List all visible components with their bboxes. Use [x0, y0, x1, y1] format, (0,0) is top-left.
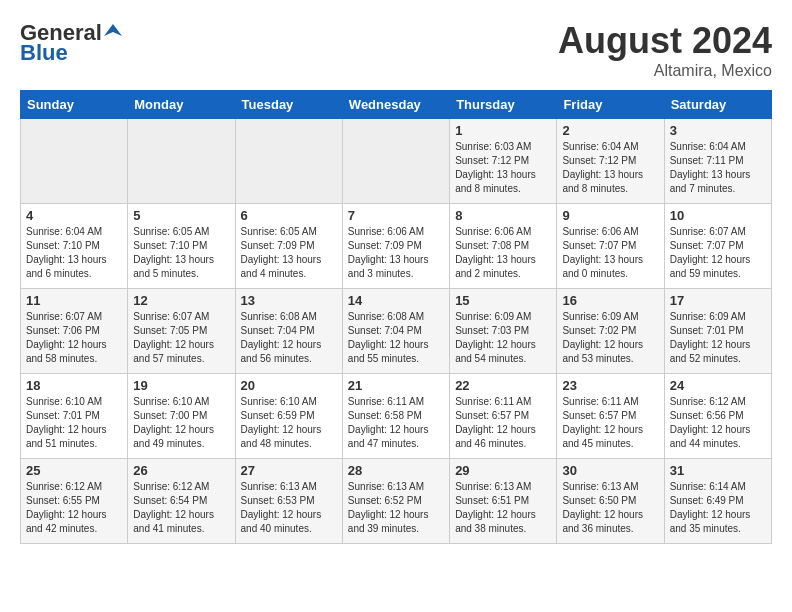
logo-bird-icon: [104, 22, 122, 40]
title-block: August 2024 Altamira, Mexico: [558, 20, 772, 80]
col-header-wednesday: Wednesday: [342, 91, 449, 119]
calendar-day-cell: 30Sunrise: 6:13 AMSunset: 6:50 PMDayligh…: [557, 459, 664, 544]
day-number: 29: [455, 463, 551, 478]
page-header: General Blue August 2024 Altamira, Mexic…: [20, 20, 772, 80]
calendar-day-cell: 12Sunrise: 6:07 AMSunset: 7:05 PMDayligh…: [128, 289, 235, 374]
day-info: Sunrise: 6:12 AMSunset: 6:54 PMDaylight:…: [133, 480, 229, 536]
day-info: Sunrise: 6:12 AMSunset: 6:55 PMDaylight:…: [26, 480, 122, 536]
day-number: 9: [562, 208, 658, 223]
calendar-day-cell: 18Sunrise: 6:10 AMSunset: 7:01 PMDayligh…: [21, 374, 128, 459]
calendar-day-cell: 1Sunrise: 6:03 AMSunset: 7:12 PMDaylight…: [450, 119, 557, 204]
day-info: Sunrise: 6:13 AMSunset: 6:52 PMDaylight:…: [348, 480, 444, 536]
day-info: Sunrise: 6:13 AMSunset: 6:53 PMDaylight:…: [241, 480, 337, 536]
day-number: 7: [348, 208, 444, 223]
day-info: Sunrise: 6:10 AMSunset: 7:01 PMDaylight:…: [26, 395, 122, 451]
calendar-day-cell: 11Sunrise: 6:07 AMSunset: 7:06 PMDayligh…: [21, 289, 128, 374]
day-number: 8: [455, 208, 551, 223]
calendar-day-cell: 9Sunrise: 6:06 AMSunset: 7:07 PMDaylight…: [557, 204, 664, 289]
day-info: Sunrise: 6:11 AMSunset: 6:57 PMDaylight:…: [562, 395, 658, 451]
day-number: 26: [133, 463, 229, 478]
day-info: Sunrise: 6:06 AMSunset: 7:07 PMDaylight:…: [562, 225, 658, 281]
day-info: Sunrise: 6:13 AMSunset: 6:51 PMDaylight:…: [455, 480, 551, 536]
day-number: 20: [241, 378, 337, 393]
calendar-day-cell: 25Sunrise: 6:12 AMSunset: 6:55 PMDayligh…: [21, 459, 128, 544]
day-number: 31: [670, 463, 766, 478]
day-number: 27: [241, 463, 337, 478]
day-info: Sunrise: 6:09 AMSunset: 7:01 PMDaylight:…: [670, 310, 766, 366]
day-number: 2: [562, 123, 658, 138]
calendar-day-cell: 24Sunrise: 6:12 AMSunset: 6:56 PMDayligh…: [664, 374, 771, 459]
day-info: Sunrise: 6:11 AMSunset: 6:57 PMDaylight:…: [455, 395, 551, 451]
day-number: 12: [133, 293, 229, 308]
calendar-day-cell: [128, 119, 235, 204]
day-number: 18: [26, 378, 122, 393]
calendar-day-cell: 23Sunrise: 6:11 AMSunset: 6:57 PMDayligh…: [557, 374, 664, 459]
day-number: 4: [26, 208, 122, 223]
calendar-day-cell: [342, 119, 449, 204]
calendar-day-cell: [21, 119, 128, 204]
calendar-day-cell: 15Sunrise: 6:09 AMSunset: 7:03 PMDayligh…: [450, 289, 557, 374]
calendar-day-cell: 8Sunrise: 6:06 AMSunset: 7:08 PMDaylight…: [450, 204, 557, 289]
day-number: 5: [133, 208, 229, 223]
calendar-day-cell: [235, 119, 342, 204]
day-info: Sunrise: 6:14 AMSunset: 6:49 PMDaylight:…: [670, 480, 766, 536]
day-number: 21: [348, 378, 444, 393]
calendar-day-cell: 13Sunrise: 6:08 AMSunset: 7:04 PMDayligh…: [235, 289, 342, 374]
calendar-week-row: 25Sunrise: 6:12 AMSunset: 6:55 PMDayligh…: [21, 459, 772, 544]
day-number: 6: [241, 208, 337, 223]
day-info: Sunrise: 6:05 AMSunset: 7:09 PMDaylight:…: [241, 225, 337, 281]
location-subtitle: Altamira, Mexico: [558, 62, 772, 80]
calendar-day-cell: 5Sunrise: 6:05 AMSunset: 7:10 PMDaylight…: [128, 204, 235, 289]
day-info: Sunrise: 6:10 AMSunset: 7:00 PMDaylight:…: [133, 395, 229, 451]
calendar-table: SundayMondayTuesdayWednesdayThursdayFrid…: [20, 90, 772, 544]
calendar-day-cell: 4Sunrise: 6:04 AMSunset: 7:10 PMDaylight…: [21, 204, 128, 289]
calendar-day-cell: 10Sunrise: 6:07 AMSunset: 7:07 PMDayligh…: [664, 204, 771, 289]
logo-blue-text: Blue: [20, 40, 68, 66]
calendar-week-row: 4Sunrise: 6:04 AMSunset: 7:10 PMDaylight…: [21, 204, 772, 289]
col-header-thursday: Thursday: [450, 91, 557, 119]
calendar-day-cell: 20Sunrise: 6:10 AMSunset: 6:59 PMDayligh…: [235, 374, 342, 459]
calendar-day-cell: 21Sunrise: 6:11 AMSunset: 6:58 PMDayligh…: [342, 374, 449, 459]
day-number: 13: [241, 293, 337, 308]
day-number: 19: [133, 378, 229, 393]
day-info: Sunrise: 6:12 AMSunset: 6:56 PMDaylight:…: [670, 395, 766, 451]
day-info: Sunrise: 6:10 AMSunset: 6:59 PMDaylight:…: [241, 395, 337, 451]
calendar-day-cell: 29Sunrise: 6:13 AMSunset: 6:51 PMDayligh…: [450, 459, 557, 544]
day-number: 3: [670, 123, 766, 138]
day-info: Sunrise: 6:07 AMSunset: 7:05 PMDaylight:…: [133, 310, 229, 366]
svg-marker-0: [104, 24, 122, 36]
col-header-monday: Monday: [128, 91, 235, 119]
col-header-friday: Friday: [557, 91, 664, 119]
calendar-day-cell: 7Sunrise: 6:06 AMSunset: 7:09 PMDaylight…: [342, 204, 449, 289]
day-info: Sunrise: 6:09 AMSunset: 7:02 PMDaylight:…: [562, 310, 658, 366]
day-number: 14: [348, 293, 444, 308]
day-number: 28: [348, 463, 444, 478]
calendar-day-cell: 6Sunrise: 6:05 AMSunset: 7:09 PMDaylight…: [235, 204, 342, 289]
day-info: Sunrise: 6:06 AMSunset: 7:08 PMDaylight:…: [455, 225, 551, 281]
day-info: Sunrise: 6:13 AMSunset: 6:50 PMDaylight:…: [562, 480, 658, 536]
calendar-day-cell: 19Sunrise: 6:10 AMSunset: 7:00 PMDayligh…: [128, 374, 235, 459]
day-info: Sunrise: 6:08 AMSunset: 7:04 PMDaylight:…: [241, 310, 337, 366]
day-number: 1: [455, 123, 551, 138]
day-number: 25: [26, 463, 122, 478]
day-info: Sunrise: 6:05 AMSunset: 7:10 PMDaylight:…: [133, 225, 229, 281]
day-number: 10: [670, 208, 766, 223]
calendar-day-cell: 17Sunrise: 6:09 AMSunset: 7:01 PMDayligh…: [664, 289, 771, 374]
calendar-day-cell: 26Sunrise: 6:12 AMSunset: 6:54 PMDayligh…: [128, 459, 235, 544]
calendar-week-row: 18Sunrise: 6:10 AMSunset: 7:01 PMDayligh…: [21, 374, 772, 459]
day-info: Sunrise: 6:07 AMSunset: 7:07 PMDaylight:…: [670, 225, 766, 281]
day-info: Sunrise: 6:04 AMSunset: 7:12 PMDaylight:…: [562, 140, 658, 196]
col-header-sunday: Sunday: [21, 91, 128, 119]
calendar-week-row: 11Sunrise: 6:07 AMSunset: 7:06 PMDayligh…: [21, 289, 772, 374]
day-info: Sunrise: 6:06 AMSunset: 7:09 PMDaylight:…: [348, 225, 444, 281]
calendar-day-cell: 3Sunrise: 6:04 AMSunset: 7:11 PMDaylight…: [664, 119, 771, 204]
calendar-day-cell: 31Sunrise: 6:14 AMSunset: 6:49 PMDayligh…: [664, 459, 771, 544]
day-number: 15: [455, 293, 551, 308]
day-info: Sunrise: 6:04 AMSunset: 7:11 PMDaylight:…: [670, 140, 766, 196]
calendar-day-cell: 28Sunrise: 6:13 AMSunset: 6:52 PMDayligh…: [342, 459, 449, 544]
day-number: 30: [562, 463, 658, 478]
day-info: Sunrise: 6:09 AMSunset: 7:03 PMDaylight:…: [455, 310, 551, 366]
day-number: 16: [562, 293, 658, 308]
day-number: 11: [26, 293, 122, 308]
calendar-day-cell: 22Sunrise: 6:11 AMSunset: 6:57 PMDayligh…: [450, 374, 557, 459]
